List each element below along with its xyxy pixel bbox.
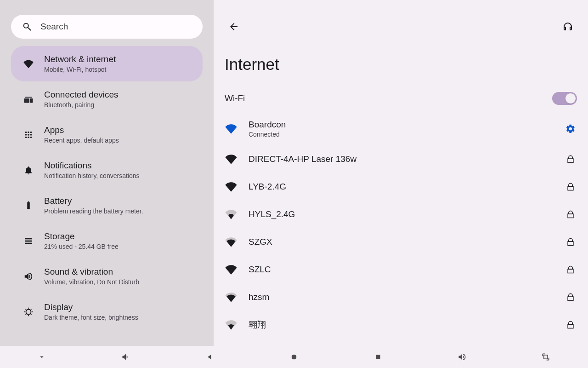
nav-back-button[interactable] bbox=[201, 348, 219, 366]
svg-rect-13 bbox=[27, 202, 30, 209]
network-name: Boardcon bbox=[249, 120, 553, 130]
nav-recent-button[interactable] bbox=[369, 348, 387, 366]
apps-icon bbox=[22, 130, 35, 140]
network-item[interactable]: DIRECT-4A-HP Laser 136w bbox=[214, 145, 588, 173]
svg-rect-16 bbox=[25, 240, 32, 242]
sidebar-item-notifications[interactable]: NotificationsNotification history, conve… bbox=[11, 152, 203, 188]
nav-screenshot-icon[interactable] bbox=[537, 348, 555, 366]
network-status: Connected bbox=[249, 131, 553, 138]
sidebar-item-battery[interactable]: BatteryProblem reading the battery meter… bbox=[11, 188, 203, 223]
sidebar-item-subtitle: Volume, vibration, Do Not Disturb bbox=[44, 278, 139, 286]
navigation-bar bbox=[0, 346, 588, 368]
sidebar-item-subtitle: Bluetooth, pairing bbox=[44, 101, 119, 109]
network-name: SZGX bbox=[249, 237, 553, 247]
lock-icon bbox=[564, 291, 577, 304]
wifi-switch[interactable] bbox=[552, 92, 577, 105]
sidebar-item-title: Storage bbox=[44, 231, 119, 242]
display-icon bbox=[22, 307, 35, 317]
sidebar-item-subtitle: Problem reading the battery meter. bbox=[44, 207, 143, 215]
headset-icon[interactable] bbox=[559, 17, 577, 36]
sidebar-item-title: Display bbox=[44, 302, 138, 312]
wifi-label: Wi-Fi bbox=[225, 93, 245, 104]
wifi-signal-icon bbox=[225, 153, 237, 166]
sidebar-item-subtitle: Mobile, Wi-Fi, hotspot bbox=[44, 66, 116, 73]
sidebar-item-title: Network & internet bbox=[44, 54, 116, 64]
nav-chevron-down-icon[interactable] bbox=[33, 348, 51, 366]
sidebar-item-storage[interactable]: Storage21% used - 25.44 GB free bbox=[11, 223, 203, 259]
nav-volume-down-icon[interactable] bbox=[117, 348, 135, 366]
bell-icon bbox=[22, 165, 35, 175]
svg-point-4 bbox=[25, 131, 27, 133]
network-name: hzsm bbox=[249, 292, 553, 302]
storage-icon bbox=[22, 236, 35, 246]
sidebar-item-title: Apps bbox=[44, 125, 119, 135]
search-icon bbox=[22, 22, 32, 32]
wifi-signal-icon bbox=[225, 318, 237, 331]
svg-point-6 bbox=[30, 131, 32, 133]
sound-icon bbox=[22, 271, 35, 282]
nav-home-button[interactable] bbox=[285, 348, 303, 366]
sidebar-item-network-internet[interactable]: Network & internetMobile, Wi-Fi, hotspot bbox=[11, 46, 203, 81]
svg-point-11 bbox=[28, 136, 29, 138]
network-item[interactable]: LYB-2.4G bbox=[214, 173, 588, 201]
network-settings-icon[interactable] bbox=[564, 122, 577, 135]
svg-point-18 bbox=[26, 309, 31, 314]
sidebar-item-subtitle: Recent apps, default apps bbox=[44, 137, 119, 144]
search-placeholder: Search bbox=[40, 22, 68, 32]
detail-pane: Internet Wi-Fi BoardconConnectedDIRECT-4… bbox=[214, 0, 588, 346]
sidebar-item-sound-vibration[interactable]: Sound & vibrationVolume, vibration, Do N… bbox=[11, 259, 203, 294]
wifi-signal-icon bbox=[225, 236, 237, 248]
network-name: SZLC bbox=[249, 264, 553, 275]
nav-volume-up-icon[interactable] bbox=[453, 348, 471, 366]
network-item[interactable]: SZGX bbox=[214, 228, 588, 256]
svg-rect-15 bbox=[25, 238, 32, 239]
network-name: HYLS_2.4G bbox=[249, 209, 553, 219]
settings-sidebar: Search Network & internetMobile, Wi-Fi, … bbox=[0, 0, 214, 346]
back-button[interactable] bbox=[225, 17, 243, 36]
svg-point-9 bbox=[30, 134, 32, 136]
devices-icon bbox=[22, 94, 35, 104]
wifi-signal-icon bbox=[225, 122, 237, 135]
wifi-icon bbox=[22, 59, 35, 69]
svg-rect-17 bbox=[25, 242, 32, 244]
sidebar-item-subtitle: 21% used - 25.44 GB free bbox=[44, 243, 119, 250]
svg-point-8 bbox=[28, 134, 29, 136]
sidebar-item-title: Connected devices bbox=[44, 90, 119, 100]
battery-icon bbox=[22, 201, 35, 211]
lock-icon bbox=[564, 208, 577, 221]
network-name: LYB-2.4G bbox=[249, 182, 553, 192]
sidebar-item-display[interactable]: DisplayDark theme, font size, brightness bbox=[11, 294, 203, 329]
network-item[interactable]: BoardconConnected bbox=[214, 112, 588, 145]
network-name: 翱翔 bbox=[249, 319, 553, 331]
svg-point-12 bbox=[30, 136, 32, 138]
lock-icon bbox=[564, 263, 577, 276]
svg-point-19 bbox=[292, 355, 297, 360]
sidebar-item-connected-devices[interactable]: Connected devicesBluetooth, pairing bbox=[11, 81, 203, 117]
wifi-signal-icon bbox=[225, 180, 237, 193]
wifi-toggle-row: Wi-Fi bbox=[214, 86, 588, 110]
svg-rect-21 bbox=[544, 355, 548, 359]
sidebar-item-subtitle: Dark theme, font size, brightness bbox=[44, 314, 138, 321]
wifi-signal-icon bbox=[225, 263, 237, 276]
lock-icon bbox=[564, 153, 577, 166]
network-name: DIRECT-4A-HP Laser 136w bbox=[249, 154, 553, 164]
sidebar-item-subtitle: Notification history, conversations bbox=[44, 172, 140, 179]
svg-point-10 bbox=[25, 136, 27, 138]
page-title: Internet bbox=[214, 37, 588, 86]
wifi-signal-icon bbox=[225, 208, 237, 221]
lock-icon bbox=[564, 318, 577, 331]
search-input[interactable]: Search bbox=[11, 15, 203, 39]
lock-icon bbox=[564, 236, 577, 248]
network-item[interactable]: hzsm bbox=[214, 283, 588, 311]
wifi-signal-icon bbox=[225, 291, 237, 304]
network-item[interactable]: SZLC bbox=[214, 256, 588, 283]
svg-rect-20 bbox=[376, 355, 380, 359]
svg-point-5 bbox=[28, 131, 29, 133]
sidebar-item-title: Sound & vibration bbox=[44, 267, 139, 277]
sidebar-item-apps[interactable]: AppsRecent apps, default apps bbox=[11, 117, 203, 152]
network-item[interactable]: HYLS_2.4G bbox=[214, 201, 588, 228]
lock-icon bbox=[564, 180, 577, 193]
sidebar-item-title: Notifications bbox=[44, 161, 140, 171]
svg-point-7 bbox=[25, 134, 27, 136]
network-item[interactable]: 翱翔 bbox=[214, 311, 588, 339]
